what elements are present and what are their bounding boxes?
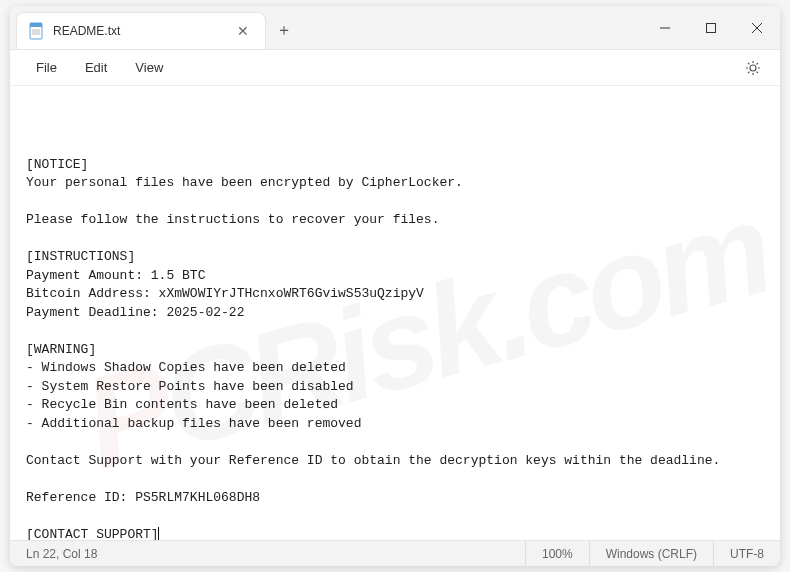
zoom-level[interactable]: 100%: [526, 541, 590, 566]
view-menu[interactable]: View: [121, 54, 177, 81]
notepad-icon: [29, 21, 45, 41]
window-controls: [642, 6, 780, 49]
close-tab-button[interactable]: ✕: [233, 23, 253, 39]
minimize-button[interactable]: [642, 6, 688, 49]
cursor-position[interactable]: Ln 22, Col 18: [10, 541, 526, 566]
svg-rect-6: [707, 23, 716, 32]
close-window-button[interactable]: [734, 6, 780, 49]
encoding[interactable]: UTF-8: [714, 541, 780, 566]
titlebar: README.txt ✕ ＋: [10, 6, 780, 50]
new-tab-button[interactable]: ＋: [266, 12, 302, 49]
document-tab[interactable]: README.txt ✕: [16, 12, 266, 49]
menubar: File Edit View: [10, 50, 780, 86]
edit-menu[interactable]: Edit: [71, 54, 121, 81]
maximize-button[interactable]: [688, 6, 734, 49]
settings-button[interactable]: [738, 53, 768, 83]
statusbar: Ln 22, Col 18 100% Windows (CRLF) UTF-8: [10, 540, 780, 566]
gear-icon: [745, 60, 761, 76]
document-text: [NOTICE]Your personal files have been en…: [26, 156, 764, 541]
tab-title: README.txt: [53, 24, 233, 38]
file-menu[interactable]: File: [22, 54, 71, 81]
text-editor[interactable]: PCRisk.com [NOTICE]Your personal files h…: [10, 86, 780, 540]
notepad-window: README.txt ✕ ＋ File Edit View PCRi: [10, 6, 780, 566]
line-ending[interactable]: Windows (CRLF): [590, 541, 714, 566]
svg-rect-1: [30, 23, 42, 27]
